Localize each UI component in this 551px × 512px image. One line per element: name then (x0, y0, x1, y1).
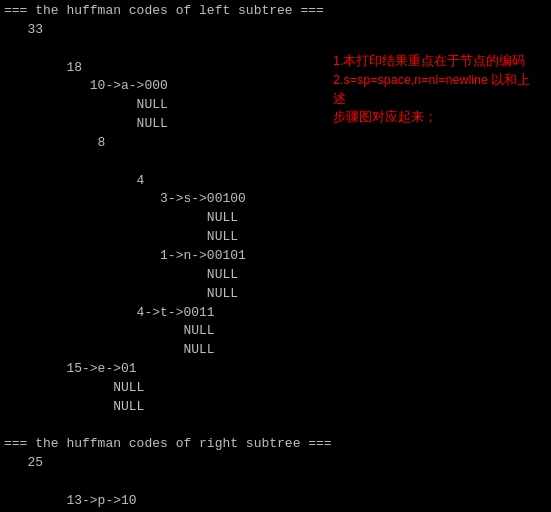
terminal-line: NULL (4, 398, 547, 417)
terminal-line: NULL (4, 322, 547, 341)
annotation-box: 1.本打印结果重点在于节点的编码 2.s=sp=space,n=nl=newli… (333, 52, 543, 127)
terminal-line: 8 (4, 134, 547, 153)
terminal-line: 25 (4, 454, 547, 473)
terminal-line: NULL (4, 209, 547, 228)
annotation-line2: 2.s=sp=space,n=nl=newline 以和上述 (333, 73, 530, 106)
terminal-line: 33 (4, 21, 547, 40)
annotation-line1: 1.本打印结果重点在于节点的编码 (333, 54, 525, 68)
terminal-line: 3->s->00100 (4, 190, 547, 209)
terminal-line (4, 153, 547, 172)
terminal-line: 4->t->0011 (4, 304, 547, 323)
terminal-line: NULL (4, 228, 547, 247)
terminal-line: 13->p->10 (4, 492, 547, 511)
terminal-window: === the huffman codes of left subtree ==… (0, 0, 551, 512)
terminal-line: 1->n->00101 (4, 247, 547, 266)
terminal-line: NULL (4, 379, 547, 398)
terminal-line: 4 (4, 172, 547, 191)
terminal-line: NULL (4, 285, 547, 304)
terminal-line: NULL (4, 266, 547, 285)
annotation-line3: 步骤图对应起来； (333, 110, 437, 124)
terminal-line (4, 473, 547, 492)
terminal-line: NULL (4, 341, 547, 360)
terminal-line: 15->e->01 (4, 360, 547, 379)
terminal-line (4, 417, 547, 436)
terminal-line: === the huffman codes of right subtree =… (4, 435, 547, 454)
terminal-line: === the huffman codes of left subtree ==… (4, 2, 547, 21)
